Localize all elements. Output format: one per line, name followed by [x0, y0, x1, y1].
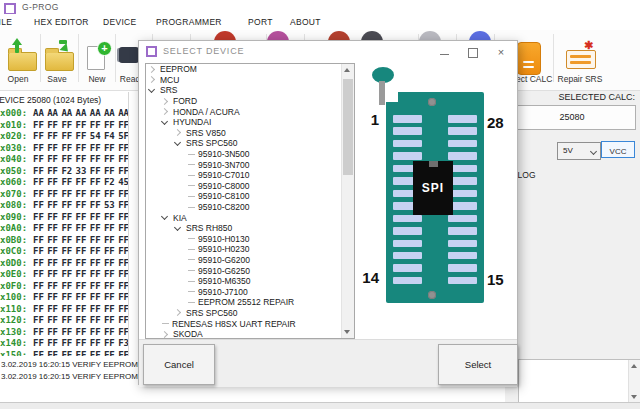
hex-byte[interactable]: FF	[104, 189, 118, 199]
hex-row[interactable]: x150:FFFFFFFFFFFFFF	[0, 350, 140, 357]
hex-byte[interactable]: FF	[33, 154, 47, 164]
tree-item-hyundai[interactable]: HYUNDAI	[146, 117, 354, 128]
select-button[interactable]: Select	[438, 344, 518, 385]
vcc-button[interactable]: VCC	[601, 141, 635, 158]
hex-row[interactable]: x0B0:FFFFFFFFFFFFFF	[0, 235, 140, 247]
hex-byte[interactable]: 45	[118, 177, 132, 187]
chevron-expanded-icon[interactable]	[161, 118, 168, 125]
hex-byte[interactable]: AA	[90, 108, 104, 118]
hex-byte[interactable]: F2	[61, 166, 75, 176]
tree-item-mcu[interactable]: MCU	[146, 75, 354, 86]
hex-byte[interactable]: FF	[90, 304, 104, 314]
hex-byte[interactable]: FF	[90, 246, 104, 256]
hex-byte[interactable]: FF	[76, 258, 90, 268]
hex-byte[interactable]: FF	[61, 304, 75, 314]
hex-byte[interactable]: FF	[76, 315, 90, 325]
hex-byte[interactable]: FF	[104, 120, 118, 130]
hex-byte[interactable]: FF	[118, 350, 132, 357]
hex-byte[interactable]: FF	[90, 292, 104, 302]
hex-byte[interactable]: FF	[90, 315, 104, 325]
hex-byte[interactable]: FF	[118, 258, 132, 268]
hex-byte[interactable]: FF	[118, 200, 132, 210]
hex-byte[interactable]: FF	[47, 350, 61, 357]
hex-byte[interactable]: FF	[104, 223, 118, 233]
hex-byte[interactable]: FF	[118, 154, 132, 164]
hex-byte[interactable]: FF	[47, 281, 61, 291]
tree-item-95910-h0230[interactable]: 95910-H0230	[146, 244, 354, 255]
hex-byte[interactable]: FF	[61, 189, 75, 199]
hex-byte[interactable]: FF	[47, 131, 61, 141]
hex-byte[interactable]: FF	[104, 246, 118, 256]
hex-byte[interactable]: FF	[104, 350, 118, 357]
hex-byte[interactable]: FF	[33, 131, 47, 141]
hex-byte[interactable]: FF	[76, 223, 90, 233]
hex-byte[interactable]: FF	[104, 281, 118, 291]
hex-byte[interactable]: AA	[76, 108, 90, 118]
hex-byte[interactable]: FF	[61, 200, 75, 210]
chevron-collapsed-icon[interactable]	[148, 66, 155, 73]
hex-byte[interactable]: FF	[118, 212, 132, 222]
hex-row[interactable]: x130:FFFFFFFFFFFFFF	[0, 327, 140, 339]
hex-row[interactable]: x140:FFFFFFFFFFFFF3	[0, 338, 140, 350]
hex-byte[interactable]: FF	[33, 143, 47, 153]
hex-byte[interactable]: FF	[33, 223, 47, 233]
hex-byte[interactable]: FF	[118, 269, 132, 279]
hex-byte[interactable]: F4	[104, 131, 118, 141]
cancel-button[interactable]: Cancel	[143, 344, 215, 385]
hex-byte[interactable]: FF	[76, 327, 90, 337]
scroll-down-icon[interactable]	[631, 395, 637, 399]
tree-item-95910-m6350[interactable]: 95910-M6350	[146, 276, 354, 287]
hex-byte[interactable]: FF	[61, 350, 75, 357]
hex-byte[interactable]: FF	[76, 235, 90, 245]
hex-row[interactable]: x110:FFFFFFFFFFFFFF	[0, 304, 140, 316]
hex-byte[interactable]: FF	[61, 269, 75, 279]
hex-row[interactable]: x0F0:FFFFFFFFFFFFFF	[0, 281, 140, 293]
hex-row[interactable]: x020:FFFFFFFF54F45F	[0, 131, 140, 143]
hex-byte[interactable]: FF	[33, 189, 47, 199]
hex-byte[interactable]: 5F	[118, 131, 132, 141]
chevron-collapsed-icon[interactable]	[174, 309, 181, 316]
chevron-collapsed-icon[interactable]	[161, 108, 168, 115]
tree-item-skoda[interactable]: SKODA	[146, 329, 354, 339]
tree-item-renesas-h8sx-uart-repair[interactable]: RENESAS H8SX UART REPAIR	[146, 318, 354, 329]
hex-byte[interactable]: FF	[118, 292, 132, 302]
hex-byte[interactable]: FF	[61, 292, 75, 302]
hex-byte[interactable]: FF	[118, 281, 132, 291]
hex-byte[interactable]: FF	[47, 338, 61, 348]
hex-byte[interactable]: FF	[47, 258, 61, 268]
hex-row[interactable]: x0E0:FFFFFFFFFFFFFF	[0, 269, 140, 281]
hex-row[interactable]: x070:FFFFFFFFFFFFFF	[0, 189, 140, 201]
tree-item-eeprom[interactable]: EEPROM	[146, 64, 354, 75]
hex-row[interactable]: x100:FFFFFFFFFFFFFF	[0, 292, 140, 304]
hex-byte[interactable]: FF	[47, 143, 61, 153]
hex-byte[interactable]: FF	[47, 246, 61, 256]
hex-byte[interactable]: FF	[90, 177, 104, 187]
hex-byte[interactable]: FF	[47, 212, 61, 222]
voltage-select[interactable]: 5V	[557, 142, 601, 160]
tree-item-95910-3n500[interactable]: 95910-3N500	[146, 149, 354, 160]
hex-byte[interactable]: FF	[47, 327, 61, 337]
hex-byte[interactable]: FF	[76, 304, 90, 314]
hex-row[interactable]: x010:FFFFFFFFFFFFFF	[0, 120, 140, 132]
menu-device[interactable]: DEVICE	[103, 14, 136, 30]
hex-byte[interactable]: FF	[33, 315, 47, 325]
menu-port[interactable]: PORT	[248, 14, 273, 30]
hex-byte[interactable]: FF	[47, 223, 61, 233]
hex-row[interactable]: x120:FFFFFFFFFFFFFF	[0, 315, 140, 327]
tree-item-ford[interactable]: FORD	[146, 96, 354, 107]
dialog-titlebar[interactable]: SELECT DEVICE ×	[139, 41, 517, 62]
hex-byte[interactable]: FF	[90, 350, 104, 357]
chevron-expanded-icon[interactable]	[161, 213, 168, 220]
hex-row[interactable]: x000:AAAAAAAAAAAAAA	[0, 108, 140, 120]
log-scrollbar[interactable]	[628, 360, 640, 403]
hex-byte[interactable]: FF	[90, 143, 104, 153]
hex-byte[interactable]: FF	[47, 154, 61, 164]
hex-byte[interactable]: FF	[104, 235, 118, 245]
hex-byte[interactable]: FF	[90, 166, 104, 176]
hex-byte[interactable]: FF	[104, 212, 118, 222]
menu-hex-editor[interactable]: HEX EDITOR	[34, 14, 89, 30]
tree-scrollbar[interactable]	[341, 64, 354, 338]
hex-byte[interactable]: FF	[47, 292, 61, 302]
hex-byte[interactable]: FF	[76, 246, 90, 256]
hex-row[interactable]: x040:FFFFFFFFFFFFFF	[0, 154, 140, 166]
